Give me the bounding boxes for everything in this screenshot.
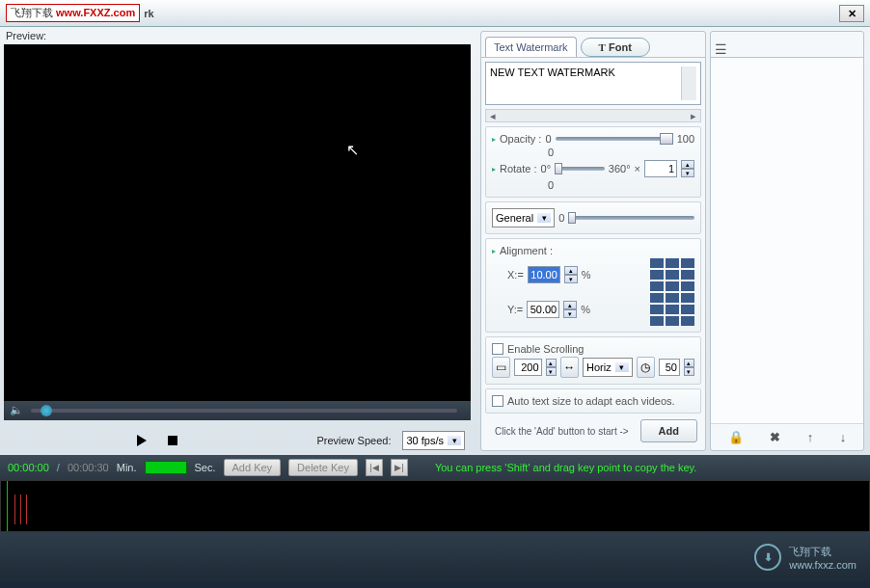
layers-icon: ☰ — [715, 41, 727, 57]
alignment-grid-2[interactable] — [650, 293, 694, 326]
align-x-input[interactable]: 10.00 — [528, 266, 560, 283]
timeline-hint: You can press 'Shift' and drag key point… — [435, 462, 696, 473]
window-title-fragment: rk — [144, 8, 153, 19]
preview-label: Preview: — [0, 27, 475, 44]
close-button[interactable]: ✕ — [839, 5, 864, 22]
lock-layer-button[interactable]: 🔒 — [728, 430, 744, 444]
preview-speed-label: Preview Speed: — [316, 435, 391, 446]
rotate-label: Rotate : — [500, 163, 537, 174]
scroll-width-input[interactable]: 200 — [514, 359, 541, 376]
opacity-slider[interactable] — [556, 137, 673, 141]
opacity-value: 0 — [548, 147, 554, 158]
alignment-label: Alignment : — [500, 245, 553, 256]
volume-bar: 🔈 — [4, 401, 471, 420]
watermark-text-input[interactable]: NEW TEXT WATERMARK — [485, 62, 701, 105]
align-y-spinner[interactable]: ▴▾ — [563, 301, 577, 318]
preview-speed-select[interactable]: 30 fps/s▾ — [402, 431, 465, 450]
general-slider[interactable] — [568, 216, 694, 220]
chevron-down-icon: ▾ — [448, 436, 461, 445]
align-y-input[interactable]: 50.00 — [527, 301, 559, 318]
rotate-spinner[interactable]: ▴▾ — [681, 160, 694, 177]
delete-key-button[interactable]: Delete Key — [288, 459, 358, 476]
play-button[interactable] — [132, 433, 151, 448]
volume-slider[interactable] — [31, 409, 457, 413]
move-up-button[interactable]: ↑ — [807, 430, 814, 444]
stop-button[interactable] — [163, 433, 182, 448]
ruler-icon[interactable]: ▭ — [492, 357, 510, 378]
titlebar: 飞翔下载 www.FXXZ.com rk ✕ — [0, 0, 870, 27]
general-select[interactable]: General▾ — [492, 208, 555, 227]
tab-text-watermark[interactable]: Text Watermark — [485, 37, 577, 57]
scroll-time-input[interactable]: 50 — [659, 359, 680, 376]
alignment-grid-1[interactable] — [650, 258, 694, 291]
font-button[interactable]: T Font — [581, 38, 650, 57]
layers-list[interactable] — [711, 57, 863, 423]
add-hint: Click the 'Add' button to start -> — [489, 421, 635, 441]
volume-icon[interactable]: 🔈 — [10, 404, 23, 417]
autosize-checkbox[interactable] — [492, 395, 503, 407]
scrollbar-vertical[interactable] — [681, 67, 696, 100]
enable-scrolling-label: Enable Scrolling — [507, 343, 585, 355]
video-preview: ↖ — [4, 44, 471, 401]
move-down-button[interactable]: ↓ — [840, 430, 847, 444]
min-indicator[interactable] — [145, 461, 187, 474]
clock-icon[interactable]: ◷ — [637, 357, 655, 378]
rotate-value: 0 — [548, 179, 554, 191]
align-x-spinner[interactable]: ▴▾ — [564, 266, 578, 283]
layers-panel: ☰ 🔒 ✖ ↑ ↓ — [710, 31, 864, 451]
autosize-label: Auto text size to adapt each videos. — [507, 395, 675, 407]
opacity-label: Opacity : — [500, 133, 541, 145]
rotate-slider[interactable] — [555, 167, 605, 171]
brand-icon: ⬇ — [754, 544, 781, 571]
direction-icon[interactable]: ↔ — [560, 357, 579, 378]
settings-panel: Text Watermark T Font NEW TEXT WATERMARK… — [480, 31, 706, 451]
timecode-current: 00:00:00 — [8, 462, 49, 473]
rotate-multiplier-input[interactable]: 1 — [644, 160, 677, 177]
timeline-track[interactable] — [0, 480, 870, 532]
scrollbar-horizontal[interactable]: ◂▸ — [485, 109, 701, 122]
timecode-duration: 00:00:30 — [68, 462, 109, 473]
delete-layer-button[interactable]: ✖ — [770, 430, 780, 444]
add-key-button[interactable]: Add Key — [224, 459, 282, 476]
add-button[interactable]: Add — [640, 419, 697, 442]
brand: ⬇ 飞翔下载 www.fxxz.com — [754, 544, 856, 571]
next-key-button[interactable]: ▶| — [391, 459, 408, 476]
prev-key-button[interactable]: |◀ — [366, 459, 383, 476]
timeline-toolbar: 00:00:00 / 00:00:30 Min. Sec. Add Key De… — [0, 455, 870, 480]
source-logo: 飞翔下载 www.FXXZ.com — [6, 4, 140, 22]
cursor-icon: ↖ — [346, 141, 359, 159]
bottom-bar: ⬇ 飞翔下载 www.fxxz.com — [0, 532, 870, 582]
scroll-direction-select[interactable]: Horiz▾ — [583, 358, 633, 377]
enable-scrolling-checkbox[interactable] — [492, 343, 503, 355]
